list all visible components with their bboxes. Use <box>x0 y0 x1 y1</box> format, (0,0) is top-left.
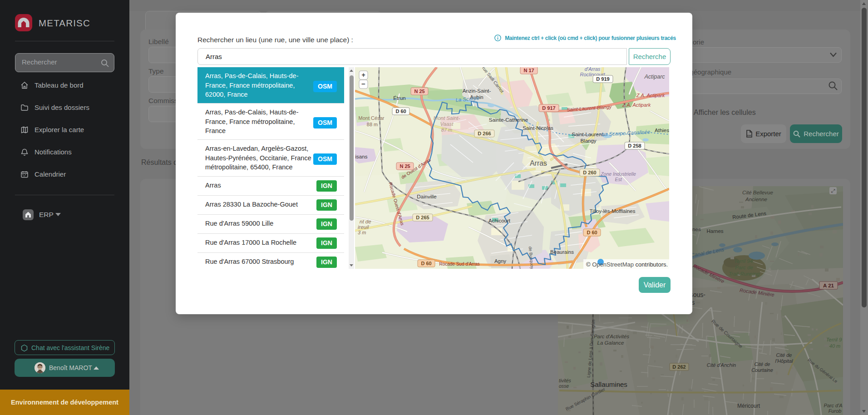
svg-text:d'Arras: d'Arras <box>585 67 601 72</box>
svg-text:Sainte-Catherine: Sainte-Catherine <box>489 117 528 123</box>
svg-text:Méricourt: Méricourt <box>737 403 760 409</box>
svg-text:nt de: nt de <box>360 219 371 224</box>
svg-text:D 60: D 60 <box>587 230 597 235</box>
svg-text:−: − <box>361 80 365 88</box>
svg-text:Beaurains: Beaurains <box>550 249 574 255</box>
svg-text:Z.A. Actipark: Z.A. Actipark <box>636 93 665 98</box>
svg-text:+: + <box>361 71 365 79</box>
svg-text:Terril 9: Terril 9 <box>826 337 842 342</box>
svg-text:Achicourt: Achicourt <box>488 218 511 223</box>
svg-text:A 21: A 21 <box>823 283 834 288</box>
svg-text:Agny: Agny <box>494 258 506 264</box>
svg-text:osse: osse <box>559 383 569 389</box>
svg-text:40 m: 40 m <box>829 343 840 349</box>
svg-text:Actiparc: Actiparc <box>644 74 665 80</box>
svg-text:87 m: 87 m <box>441 127 452 133</box>
svg-text:Rocade Sud d'Arras: Rocade Sud d'Arras <box>439 262 479 267</box>
svg-text:Tilloy-lès-Mofflaines: Tilloy-lès-Mofflaines <box>590 208 636 214</box>
svg-text:Cité Bellevue: Cité Bellevue <box>742 190 773 195</box>
svg-text:Dainville: Dainville <box>417 194 436 199</box>
svg-text:D 262: D 262 <box>672 364 686 370</box>
svg-text:Mont César: Mont César <box>359 115 385 121</box>
svg-text:Mont Saint-: Mont Saint- <box>434 115 460 121</box>
svg-text:Étrun: Étrun <box>393 95 406 101</box>
svg-text:Blangy: Blangy <box>580 138 596 143</box>
svg-text:N 25: N 25 <box>399 163 410 169</box>
svg-text:Sallaumines: Sallaumines <box>590 380 627 388</box>
svg-text:D 260: D 260 <box>583 170 596 175</box>
svg-text:Arras: Arras <box>530 159 547 167</box>
svg-text:Cité d'Anchin: Cité d'Anchin <box>707 362 736 368</box>
svg-text:D 917: D 917 <box>542 105 555 111</box>
svg-text:88 m: 88 m <box>367 122 378 127</box>
svg-text:Parc d'A: Parc d'A <box>824 403 842 408</box>
svg-text:Harnes: Harnes <box>706 228 723 234</box>
svg-text:D 265: D 265 <box>416 215 429 220</box>
svg-text:l'Hôpital: l'Hôpital <box>775 358 793 364</box>
svg-text:Parc d'Activités: Parc d'Activités <box>594 334 629 339</box>
svg-text:csv: csv <box>747 134 752 137</box>
svg-text:Trail-Running: Trail-Running <box>729 271 760 277</box>
svg-text:N 25: N 25 <box>414 89 424 94</box>
svg-text:ireuil: ireuil <box>358 224 369 230</box>
svg-text:Courtaine: Courtaine <box>751 367 773 373</box>
svg-text:Zone Industrielle: Zone Industrielle <box>600 171 636 177</box>
svg-text:Cité de: Cité de <box>776 352 792 358</box>
svg-text:isans: isans <box>355 154 368 159</box>
svg-text:Z.A. Actipark: Z.A. Actipark <box>622 102 651 108</box>
svg-text:D 266: D 266 <box>478 131 491 136</box>
svg-text:Saint-Nicolas: Saint-Nicolas <box>523 125 553 131</box>
svg-text:N 17: N 17 <box>523 68 534 73</box>
svg-text:D 60: D 60 <box>395 109 406 114</box>
svg-text:© OpenStreetMap contributors.: © OpenStreetMap contributors. <box>586 261 668 268</box>
svg-text:Vaast: Vaast <box>440 121 454 127</box>
svg-text:D 258: D 258 <box>628 143 641 148</box>
svg-text:Ancienne: Ancienne <box>745 197 767 202</box>
svg-text:Furob: Furob <box>829 408 842 414</box>
svg-text:Anzin-Saint-: Anzin-Saint- <box>463 88 491 94</box>
svg-text:Cité de: Cité de <box>755 361 770 367</box>
svg-text:Saint-Laurent-: Saint-Laurent- <box>572 132 605 137</box>
svg-text:D 60: D 60 <box>421 261 431 266</box>
svg-text:Terril 94:: Terril 94: <box>734 258 754 264</box>
svg-text:Parc de: Parc de <box>735 265 753 270</box>
svg-text:Est: Est <box>615 177 622 182</box>
svg-text:La Galance: La Galance <box>597 340 624 346</box>
svg-text:D 919: D 919 <box>596 76 609 82</box>
svg-text:tivités: tivités <box>559 378 572 383</box>
svg-text:3 m: 3 m <box>358 230 366 235</box>
svg-text:Athies: Athies <box>655 128 669 133</box>
